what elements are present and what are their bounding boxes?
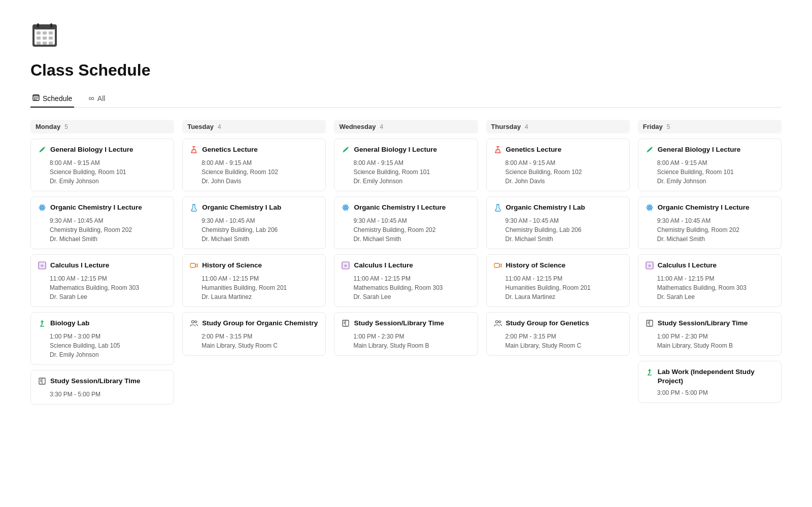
class-card[interactable]: Organic Chemistry I Lecture 9:30 AM - 10… <box>334 196 478 249</box>
class-card[interactable]: = Calculus I Lecture 11:00 AM - 12:15 PM… <box>334 254 478 307</box>
class-time: 11:00 AM - 12:15 PM <box>353 275 470 282</box>
class-location: Main Library, Study Room B <box>353 342 470 349</box>
svg-rect-8 <box>37 37 41 40</box>
class-subject-icon <box>646 146 654 155</box>
svg-rect-11 <box>37 42 41 45</box>
class-card[interactable]: General Biology I Lecture 8:00 AM - 9:15… <box>30 139 174 191</box>
class-subject-icon <box>646 368 654 378</box>
class-card[interactable]: Study Session/Library Time 3:30 PM - 5:0… <box>30 370 174 404</box>
svg-rect-6 <box>43 31 47 35</box>
class-instructor: Dr. Michael Smith <box>657 235 774 243</box>
svg-rect-5 <box>37 31 41 35</box>
class-title: History of Science <box>202 261 262 270</box>
class-subject-icon <box>190 319 198 329</box>
class-instructor: Dr. Sarah Lee <box>50 293 166 300</box>
class-title-row: Organic Chemistry I Lab <box>190 203 318 213</box>
class-instructor: Dr. Emily Johnson <box>50 178 166 185</box>
svg-rect-13 <box>49 42 53 45</box>
class-card[interactable]: Lab Work (Independent Study Project) 3:0… <box>638 361 782 403</box>
svg-rect-16 <box>34 97 35 98</box>
class-time: 9:30 AM - 10:45 AM <box>201 217 318 224</box>
svg-rect-18 <box>37 97 38 98</box>
class-subject-icon <box>342 204 350 213</box>
class-title-row: = Calculus I Lecture <box>342 261 470 271</box>
class-location: Science Building, Room 102 <box>505 168 622 176</box>
class-time: 9:30 AM - 10:45 AM <box>353 217 470 224</box>
class-card[interactable]: History of Science 11:00 AM - 12:15 PMHu… <box>182 254 326 307</box>
class-card[interactable]: Study Group for Genetics 2:00 PM - 3:15 … <box>486 312 630 356</box>
class-title-row: General Biology I Lecture <box>38 145 166 155</box>
page-icon <box>30 20 782 55</box>
class-card[interactable]: = Calculus I Lecture 11:00 AM - 12:15 PM… <box>30 254 174 307</box>
svg-point-67 <box>496 209 497 210</box>
class-card[interactable]: Genetics Lecture 8:00 AM - 9:15 AMScienc… <box>486 139 630 191</box>
svg-rect-69 <box>494 263 499 267</box>
class-card[interactable]: Biology Lab 1:00 PM - 3:00 PMScience Bui… <box>30 312 174 365</box>
class-time: 2:00 PM - 3:15 PM <box>201 333 318 340</box>
class-instructor: Dr. Sarah Lee <box>353 293 470 300</box>
class-subject-icon <box>38 146 46 155</box>
class-card[interactable]: Organic Chemistry I Lab 9:30 AM - 10:45 … <box>182 196 326 249</box>
class-title-row: Study Group for Organic Chemistry <box>190 319 318 329</box>
day-name: Thursday <box>491 123 521 130</box>
day-count: 5 <box>64 123 68 130</box>
class-subject-icon <box>494 319 502 329</box>
class-card[interactable]: Genetics Lecture 8:00 AM - 9:15 AMScienc… <box>182 139 326 191</box>
svg-text:=: = <box>345 263 347 268</box>
class-time: 11:00 AM - 12:15 PM <box>201 275 318 282</box>
class-time: 8:00 AM - 9:15 AM <box>505 159 622 166</box>
class-location: Science Building, Room 101 <box>657 168 774 176</box>
class-time: 3:30 PM - 5:00 PM <box>50 391 166 398</box>
class-title: Organic Chemistry I Lecture <box>354 203 446 212</box>
class-subject-icon <box>646 319 654 329</box>
class-card[interactable]: Organic Chemistry I Lab 9:30 AM - 10:45 … <box>486 196 630 249</box>
svg-rect-15 <box>33 95 39 97</box>
day-count: 4 <box>380 123 383 130</box>
class-card[interactable]: Organic Chemistry I Lecture 9:30 AM - 10… <box>638 196 782 249</box>
svg-point-44 <box>194 209 195 210</box>
class-title: Biology Lab <box>50 319 89 328</box>
class-subject-icon <box>494 146 502 155</box>
class-card[interactable]: General Biology I Lecture 8:00 AM - 9:15… <box>334 139 478 191</box>
class-title: General Biology I Lecture <box>50 145 133 154</box>
class-title-row: Lab Work (Independent Study Project) <box>646 367 774 385</box>
class-title-row: Study Session/Library Time <box>646 319 774 329</box>
class-instructor: Dr. Michael Smith <box>201 235 318 243</box>
class-location: Main Library, Study Room C <box>505 342 622 349</box>
day-column-thursday: Thursday4 Genetics Lecture 8:00 AM - 9:1… <box>486 120 630 356</box>
class-time: 9:30 AM - 10:45 AM <box>505 217 622 224</box>
class-card[interactable]: Study Session/Library Time 1:00 PM - 2:3… <box>334 312 478 356</box>
day-count: 4 <box>525 123 528 130</box>
class-subject-icon <box>494 261 502 271</box>
schedule-tab-icon <box>32 94 40 103</box>
class-subject-icon <box>342 146 350 155</box>
class-card[interactable]: General Biology I Lecture 8:00 AM - 9:15… <box>638 139 782 191</box>
svg-rect-45 <box>190 263 195 267</box>
class-card[interactable]: Study Session/Library Time 1:00 PM - 2:3… <box>638 312 782 356</box>
class-time: 8:00 AM - 9:15 AM <box>201 159 318 166</box>
class-subject-icon <box>38 319 46 329</box>
class-card[interactable]: History of Science 11:00 AM - 12:15 PMHu… <box>486 254 630 307</box>
class-location: Mathematics Building, Room 303 <box>657 284 774 291</box>
class-instructor: Dr. Emily Johnson <box>353 178 470 185</box>
class-location: Humanities Building, Room 201 <box>201 284 318 291</box>
class-card[interactable]: Study Group for Organic Chemistry 2:00 P… <box>182 312 326 356</box>
class-title: Calculus I Lecture <box>50 261 109 270</box>
svg-marker-39 <box>191 150 196 153</box>
class-subject-icon: = <box>38 261 46 271</box>
class-card[interactable]: = Calculus I Lecture 11:00 AM - 12:15 PM… <box>638 254 782 307</box>
class-subject-icon <box>342 319 350 329</box>
svg-point-72 <box>499 321 501 323</box>
class-time: 9:30 AM - 10:45 AM <box>657 217 774 224</box>
tab-all[interactable]: ∞ All <box>86 90 107 108</box>
class-location: Science Building, Room 102 <box>201 168 318 176</box>
class-title: Study Session/Library Time <box>658 319 748 328</box>
class-title: Organic Chemistry I Lecture <box>50 203 142 212</box>
class-subject-icon <box>190 261 198 271</box>
tabs-bar: Schedule ∞ All <box>30 90 782 108</box>
class-subject-icon <box>190 204 198 213</box>
class-location: Mathematics Building, Room 303 <box>353 284 470 291</box>
class-card[interactable]: Organic Chemistry I Lecture 9:30 AM - 10… <box>30 196 174 249</box>
class-time: 8:00 AM - 9:15 AM <box>353 159 470 166</box>
tab-schedule[interactable]: Schedule <box>30 90 74 108</box>
